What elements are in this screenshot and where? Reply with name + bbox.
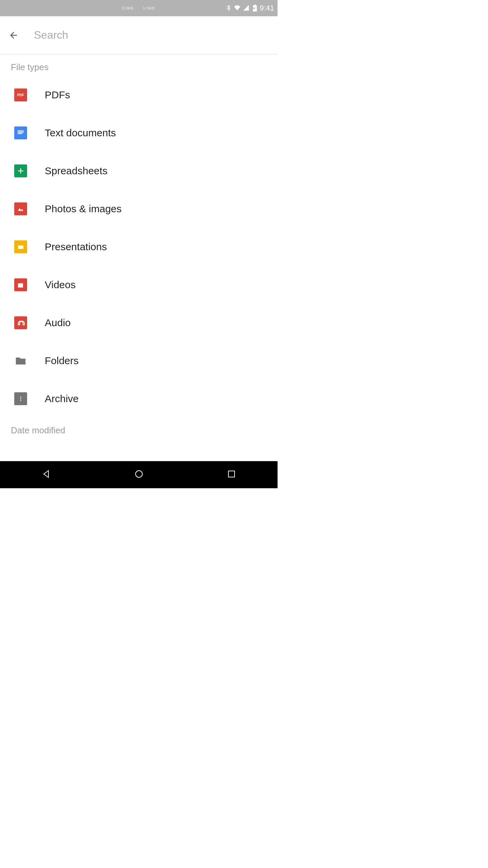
- net-down-stat: D:0KB: [122, 6, 134, 10]
- battery-icon: 29: [251, 5, 256, 12]
- net-up-stat: U:0KB: [143, 6, 155, 10]
- svg-rect-2: [18, 245, 23, 249]
- triangle-back-icon: [41, 469, 52, 479]
- arrow-left-icon: [8, 30, 19, 40]
- text-document-icon: [14, 126, 27, 139]
- file-type-photos-images[interactable]: Photos & images: [0, 190, 278, 228]
- audio-icon: [14, 316, 27, 329]
- status-time: 9:41: [260, 4, 274, 13]
- back-button[interactable]: [7, 28, 20, 42]
- file-type-pdfs[interactable]: PDF PDFs: [0, 76, 278, 114]
- svg-point-3: [20, 397, 21, 398]
- circle-home-icon: [134, 469, 144, 479]
- file-type-spreadsheets[interactable]: Spreadsheets: [0, 152, 278, 190]
- file-type-label: Presentations: [45, 241, 107, 253]
- file-type-archive[interactable]: Archive: [0, 380, 278, 418]
- pdf-icon: PDF: [14, 88, 27, 101]
- file-type-label: Archive: [45, 393, 79, 405]
- battery-level: 29: [252, 7, 255, 10]
- archive-icon: [14, 392, 27, 405]
- spreadsheet-icon: [14, 164, 27, 177]
- system-nav-bar: [0, 461, 278, 488]
- folder-icon: [14, 354, 27, 367]
- nav-back-button[interactable]: [41, 469, 52, 481]
- file-type-label: PDFs: [45, 89, 70, 101]
- search-header: [0, 16, 278, 55]
- file-type-label: Audio: [45, 317, 71, 329]
- file-type-label: Videos: [45, 279, 76, 291]
- file-type-label: Folders: [45, 355, 79, 367]
- svg-point-5: [20, 400, 21, 401]
- svg-rect-7: [228, 471, 235, 477]
- status-bar: D:0KB U:0KB 29 9:41: [0, 0, 278, 16]
- file-type-videos[interactable]: Videos: [0, 266, 278, 304]
- file-types-section-title: File types: [0, 55, 278, 76]
- square-recents-icon: [226, 469, 237, 479]
- date-modified-section-title: Date modified: [0, 418, 278, 439]
- file-type-label: Spreadsheets: [45, 165, 107, 177]
- wifi-icon: [234, 4, 241, 12]
- file-type-folders[interactable]: Folders: [0, 342, 278, 380]
- svg-rect-1: [254, 5, 256, 6]
- nav-home-button[interactable]: [134, 469, 144, 481]
- image-icon: [14, 202, 27, 215]
- file-type-presentations[interactable]: Presentations: [0, 228, 278, 266]
- file-type-audio[interactable]: Audio: [0, 304, 278, 342]
- presentation-icon: [14, 240, 27, 253]
- nav-recents-button[interactable]: [226, 469, 237, 481]
- bluetooth-icon: [225, 4, 232, 12]
- cell-signal-icon: [243, 4, 249, 12]
- video-icon: [14, 278, 27, 291]
- svg-point-6: [136, 471, 142, 477]
- search-input[interactable]: [34, 29, 271, 41]
- file-type-label: Text documents: [45, 127, 116, 139]
- file-type-text-documents[interactable]: Text documents: [0, 114, 278, 152]
- file-type-label: Photos & images: [45, 203, 122, 215]
- svg-point-4: [20, 398, 21, 399]
